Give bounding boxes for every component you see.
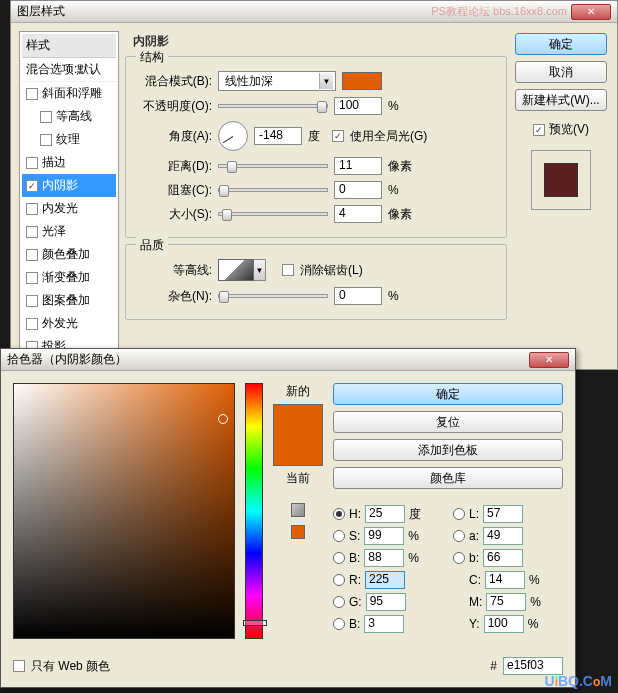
- cube-icon[interactable]: [291, 503, 305, 517]
- a-label: a:: [469, 529, 479, 543]
- style-checkbox[interactable]: [40, 111, 52, 123]
- choke-slider[interactable]: [218, 188, 328, 192]
- h-label: H:: [349, 507, 361, 521]
- preview-checkbox[interactable]: [533, 124, 545, 136]
- size-input[interactable]: 4: [334, 205, 382, 223]
- style-label: 内发光: [42, 200, 78, 217]
- picker-titlebar[interactable]: 拾色器（内阴影颜色） ✕: [1, 349, 575, 371]
- mini-swatch[interactable]: [291, 525, 305, 539]
- style-checkbox[interactable]: [26, 226, 38, 238]
- style-label: 外发光: [42, 315, 78, 332]
- style-checkbox[interactable]: [26, 318, 38, 330]
- l-input[interactable]: 57: [483, 505, 523, 523]
- bc-input[interactable]: 3: [364, 615, 404, 633]
- color-model-grid: H:25度 L:57 S:99% a:49 B:88% b:66 R:225 C…: [333, 505, 563, 633]
- g-input[interactable]: 95: [366, 593, 406, 611]
- styles-header[interactable]: 样式: [22, 34, 116, 58]
- style-checkbox[interactable]: [26, 249, 38, 261]
- c-input[interactable]: 14: [485, 571, 525, 589]
- close-button[interactable]: ✕: [571, 4, 611, 20]
- y-input[interactable]: 100: [484, 615, 524, 633]
- style-item[interactable]: 图案叠加: [22, 289, 116, 312]
- style-label: 光泽: [42, 223, 66, 240]
- color-cursor-icon: [218, 414, 228, 424]
- style-label: 渐变叠加: [42, 269, 90, 286]
- l-label: L:: [469, 507, 479, 521]
- style-item[interactable]: 内发光: [22, 197, 116, 220]
- chevron-down-icon[interactable]: ▼: [254, 259, 266, 281]
- style-checkbox[interactable]: [26, 88, 38, 100]
- angle-dial[interactable]: [218, 121, 248, 151]
- radio-s[interactable]: [333, 530, 345, 542]
- style-checkbox[interactable]: [40, 134, 52, 146]
- m-input[interactable]: 75: [486, 593, 526, 611]
- add-swatch-button[interactable]: 添加到色板: [333, 439, 563, 461]
- contour-picker[interactable]: [218, 259, 254, 281]
- b2-input[interactable]: 66: [483, 549, 523, 567]
- new-color-swatch[interactable]: [274, 405, 322, 435]
- bv-unit: %: [408, 551, 419, 565]
- pixels-unit: 像素: [388, 158, 418, 175]
- blend-options-item[interactable]: 混合选项:默认: [22, 58, 116, 82]
- blend-mode-dropdown[interactable]: 线性加深 ▼: [218, 71, 336, 91]
- radio-bv[interactable]: [333, 552, 345, 564]
- preview-thumbnail: [531, 150, 591, 210]
- panel-title: 内阴影: [133, 33, 507, 50]
- style-item[interactable]: 纹理: [22, 128, 116, 151]
- titlebar[interactable]: 图层样式 PS教程论坛 bbs.16xx8.com ✕: [11, 1, 617, 23]
- opacity-input[interactable]: 100: [334, 97, 382, 115]
- radio-h[interactable]: [333, 508, 345, 520]
- s-input[interactable]: 99: [364, 527, 404, 545]
- noise-slider[interactable]: [218, 294, 328, 298]
- radio-l[interactable]: [453, 508, 465, 520]
- style-item[interactable]: 斜面和浮雕: [22, 82, 116, 105]
- style-item[interactable]: 等高线: [22, 105, 116, 128]
- close-button[interactable]: ✕: [529, 352, 569, 368]
- cancel-button[interactable]: 取消: [515, 61, 607, 83]
- radio-b2[interactable]: [453, 552, 465, 564]
- noise-input[interactable]: 0: [334, 287, 382, 305]
- size-slider[interactable]: [218, 212, 328, 216]
- current-color-swatch[interactable]: [274, 435, 322, 465]
- style-checkbox[interactable]: [26, 272, 38, 284]
- style-checkbox[interactable]: [26, 157, 38, 169]
- web-only-checkbox[interactable]: [13, 660, 25, 672]
- ok-button[interactable]: 确定: [515, 33, 607, 55]
- picker-reset-button[interactable]: 复位: [333, 411, 563, 433]
- color-field[interactable]: [13, 383, 235, 639]
- hue-slider[interactable]: [245, 383, 263, 639]
- radio-r[interactable]: [333, 574, 345, 586]
- radio-bc[interactable]: [333, 618, 345, 630]
- style-item[interactable]: 光泽: [22, 220, 116, 243]
- picker-ok-button[interactable]: 确定: [333, 383, 563, 405]
- style-checkbox[interactable]: [26, 180, 38, 192]
- blend-mode-value: 线性加深: [225, 73, 273, 90]
- current-color-label: 当前: [286, 470, 310, 487]
- style-checkbox[interactable]: [26, 295, 38, 307]
- quality-group: 品质 等高线: ▼ 消除锯齿(L) 杂色(N): 0 %: [125, 244, 507, 320]
- choke-input[interactable]: 0: [334, 181, 382, 199]
- new-style-button[interactable]: 新建样式(W)...: [515, 89, 607, 111]
- global-light-checkbox[interactable]: [332, 130, 344, 142]
- radio-a[interactable]: [453, 530, 465, 542]
- r-input[interactable]: 225: [365, 571, 405, 589]
- antialias-checkbox[interactable]: [282, 264, 294, 276]
- opacity-slider[interactable]: [218, 104, 328, 108]
- style-item[interactable]: 外发光: [22, 312, 116, 335]
- style-item[interactable]: 描边: [22, 151, 116, 174]
- color-swatch[interactable]: [342, 72, 382, 90]
- distance-slider[interactable]: [218, 164, 328, 168]
- h-input[interactable]: 25: [365, 505, 405, 523]
- percent-unit: %: [388, 183, 418, 197]
- style-item[interactable]: 颜色叠加: [22, 243, 116, 266]
- a-input[interactable]: 49: [483, 527, 523, 545]
- style-checkbox[interactable]: [26, 203, 38, 215]
- distance-input[interactable]: 11: [334, 157, 382, 175]
- angle-input[interactable]: -148: [254, 127, 302, 145]
- style-item[interactable]: 内阴影: [22, 174, 116, 197]
- radio-g[interactable]: [333, 596, 345, 608]
- bv-input[interactable]: 88: [364, 549, 404, 567]
- color-library-button[interactable]: 颜色库: [333, 467, 563, 489]
- style-item[interactable]: 渐变叠加: [22, 266, 116, 289]
- structure-group: 结构 混合模式(B): 线性加深 ▼ 不透明度(O): 100 % 角度(: [125, 56, 507, 238]
